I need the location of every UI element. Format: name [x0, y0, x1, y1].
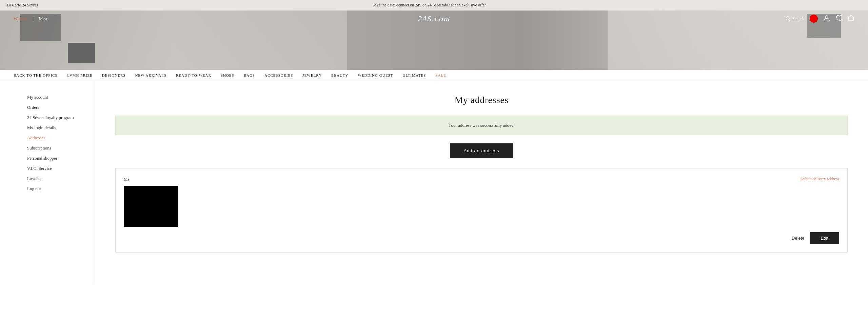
sidebar-item-loyalty[interactable]: 24 Sèvres loyalty program — [27, 115, 81, 120]
success-banner: Your address was successfully added. — [115, 116, 848, 135]
sidebar-item-addresses[interactable]: Addresses — [27, 135, 81, 141]
search-area[interactable]: Search — [786, 16, 804, 21]
svg-point-2 — [825, 16, 828, 18]
delete-address-button[interactable]: Delete — [792, 236, 805, 241]
edit-address-button[interactable]: Edit — [810, 232, 839, 244]
sidebar-item-logout[interactable]: Log out — [27, 186, 81, 192]
nav-ultimates[interactable]: ULTIMATES — [402, 73, 426, 77]
search-label: Search — [792, 16, 804, 21]
main-area: My addresses Your address was successful… — [95, 81, 868, 284]
nav-sale[interactable]: SALE — [435, 73, 446, 77]
add-address-button[interactable]: Add an address — [450, 143, 513, 158]
nav-bags[interactable]: BAGS — [244, 73, 255, 77]
gender-nav: Women | Men — [14, 16, 47, 21]
hero-area: Women | Men 24S.com Search — [0, 11, 868, 70]
account-icon[interactable] — [823, 15, 830, 23]
address-salutation: Ms — [124, 177, 130, 182]
success-message: Your address was successfully added. — [448, 123, 514, 128]
nav-new-arrivals[interactable]: NEW ARRIVALS — [135, 73, 166, 77]
brand-name: La Carte 24 Sèvres — [7, 3, 38, 8]
nav-shoes[interactable]: SHOES — [221, 73, 234, 77]
page-title: My addresses — [115, 95, 848, 105]
nav-men[interactable]: Men — [39, 16, 47, 21]
svg-point-0 — [786, 17, 789, 20]
nav-jewelry[interactable]: JEWELRY — [302, 73, 322, 77]
address-card-header: Ms Default delivery address — [124, 177, 839, 182]
wishlist-icon[interactable] — [835, 15, 842, 23]
nav-back-to-office[interactable]: BACK TO THE OFFICE — [14, 73, 58, 77]
address-redacted-block — [124, 186, 178, 227]
nav-designers[interactable]: DESIGNERS — [102, 73, 126, 77]
site-logo[interactable]: 24S.com — [418, 14, 450, 23]
address-card: Ms Default delivery address Delete Edit — [115, 168, 848, 253]
nav-separator: | — [33, 16, 34, 21]
flag-icon[interactable] — [810, 15, 818, 23]
nav-beauty[interactable]: BEAUTY — [331, 73, 349, 77]
nav-lvmh-prize[interactable]: LVMH PRIZE — [67, 73, 93, 77]
nav-women[interactable]: Women — [14, 16, 27, 21]
sidebar-nav: My account Orders 24 Sèvres loyalty prog… — [27, 95, 81, 192]
svg-rect-3 — [849, 17, 853, 21]
sidebar-item-my-account[interactable]: My account — [27, 95, 81, 100]
nav-accessories[interactable]: ACCESSORIES — [264, 73, 293, 77]
sidebar-item-lovelist[interactable]: Lovelist — [27, 176, 81, 181]
page-content: My account Orders 24 Sèvres loyalty prog… — [0, 81, 868, 284]
promo-text: Save the date: connect on 24S on 24 Sept… — [38, 3, 821, 8]
announcement-bar: La Carte 24 Sèvres Save the date: connec… — [0, 0, 868, 11]
header-icons: Search — [786, 15, 854, 23]
nav-ready-to-wear[interactable]: READY-TO-WEAR — [176, 73, 211, 77]
sidebar-item-login-details[interactable]: My login details — [27, 125, 81, 130]
main-nav: BACK TO THE OFFICE LVMH PRIZE DESIGNERS … — [0, 70, 868, 81]
sidebar-item-vic-service[interactable]: V.I.C. Service — [27, 166, 81, 171]
default-delivery-label: Default delivery address — [800, 177, 839, 182]
sidebar-item-orders[interactable]: Orders — [27, 105, 81, 110]
sidebar-item-personal-shopper[interactable]: Personal shopper — [27, 156, 81, 161]
sidebar-item-subscriptions[interactable]: Subscriptions — [27, 145, 81, 151]
cart-icon[interactable] — [848, 15, 854, 23]
address-actions: Delete Edit — [124, 232, 839, 244]
svg-line-1 — [789, 20, 790, 21]
sidebar: My account Orders 24 Sèvres loyalty prog… — [0, 81, 95, 284]
nav-wedding-guest[interactable]: WEDDING GUEST — [358, 73, 393, 77]
header-nav: Women | Men 24S.com Search — [0, 11, 868, 27]
search-icon — [786, 16, 790, 21]
